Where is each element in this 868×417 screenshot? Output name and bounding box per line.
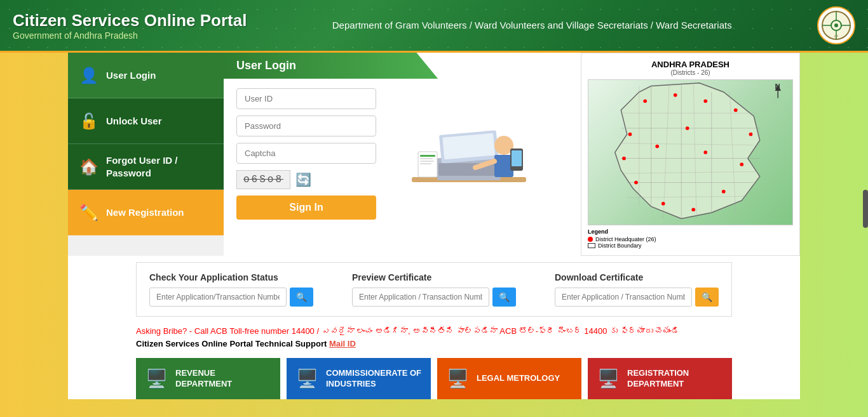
svg-rect-18	[420, 158, 433, 159]
download-cert-title: Download Certificate	[555, 272, 719, 282]
preview-cert-title: Preview Certificate	[352, 272, 516, 282]
sidebar-label-unlock-user: Unlock User	[106, 115, 162, 128]
svg-marker-23	[615, 83, 760, 219]
legend-hq: District Headquater (26)	[595, 236, 656, 242]
bribe-alert-text: Asking Bribe? - Call ACB Toll-free numbe…	[136, 326, 732, 336]
refresh-captcha-icon[interactable]: 🔄	[295, 172, 311, 187]
scrollbar[interactable]	[863, 190, 868, 228]
download-cert-input-row: 🔍	[555, 288, 719, 307]
government-logo: AP	[817, 6, 855, 44]
department-tiles: 🖥️ REVENUE DEPARTMENT 🖥️ COMMISSIONERATE…	[136, 358, 732, 399]
registration-icon: 🖥️	[597, 368, 620, 389]
preview-cert-search-button[interactable]: 🔍	[492, 288, 516, 307]
user-icon: 👤	[79, 67, 98, 84]
sidebar-label-new-registration: New Registration	[106, 206, 184, 219]
sidebar-item-forgot-password[interactable]: 🏠 Forgot User ID / Password	[68, 144, 224, 190]
status-section: Check Your Application Status 🔍 Preview …	[136, 262, 732, 317]
svg-point-49	[628, 133, 632, 136]
captcha-image: o6So8	[236, 170, 290, 189]
svg-point-38	[643, 99, 647, 103]
download-cert-input[interactable]	[555, 288, 692, 307]
header-branding: Citizen Services Online Portal Governmen…	[13, 11, 247, 41]
svg-rect-22	[512, 150, 522, 166]
header: Citizen Services Online Portal Governmen…	[0, 0, 868, 53]
legend-boundary: District Boundary	[598, 242, 642, 249]
map-image: N	[588, 79, 793, 225]
illustration-area	[405, 88, 568, 230]
sidebar-item-unlock-user[interactable]: 🔓 Unlock User	[68, 98, 224, 144]
registration-label: REGISTRATION DEPARTMENT	[627, 368, 722, 390]
password-input[interactable]	[236, 116, 376, 136]
portal-subtitle: Government of Andhra Pradesh	[13, 30, 247, 41]
revenue-icon: 🖥️	[146, 368, 168, 389]
svg-rect-19	[420, 161, 434, 162]
svg-rect-20	[420, 163, 431, 164]
dept-tile-commissionerate[interactable]: 🖥️ COMMISSIONERATE OF INDUSTRIES	[287, 358, 431, 399]
user-id-input[interactable]	[236, 88, 376, 109]
alert-section: Asking Bribe? - Call ACB Toll-free numbe…	[136, 323, 732, 352]
support-label: Citizen Services Online Portal Technical…	[136, 339, 327, 348]
check-status-input-row: 🔍	[149, 288, 313, 307]
check-status-input[interactable]	[149, 288, 287, 307]
dept-tile-registration[interactable]: 🖥️ REGISTRATION DEPARTMENT	[588, 358, 732, 399]
svg-text:AP: AP	[834, 34, 839, 38]
header-dept-name: Department of Gram Volunteers / Ward Vol…	[332, 18, 732, 33]
svg-rect-11	[442, 133, 495, 160]
svg-point-46	[661, 202, 665, 206]
unlock-icon: 🔓	[79, 112, 98, 130]
download-cert-block: Download Certificate 🔍	[555, 272, 719, 307]
sidebar: 👤 User Login 🔓 Unlock User 🏠 Forgot User…	[68, 53, 224, 256]
main-content-row: 👤 User Login 🔓 Unlock User 🏠 Forgot User…	[68, 53, 800, 256]
dept-tile-revenue[interactable]: 🖥️ REVENUE DEPARTMENT	[136, 358, 280, 399]
login-title: User Login	[236, 59, 296, 72]
edit-icon: ✏️	[79, 204, 98, 222]
legal-icon: 🖥️	[447, 368, 469, 389]
login-illustration	[405, 88, 532, 228]
svg-point-2	[834, 23, 838, 27]
map-area: ANDHRA PRADESH (Districts - 26)	[581, 53, 800, 256]
svg-point-39	[674, 93, 677, 97]
mail-link[interactable]: Mail ID	[329, 339, 356, 348]
svg-point-47	[634, 181, 638, 185]
map-title: ANDHRA PRADESH	[651, 60, 729, 69]
svg-point-52	[703, 150, 707, 154]
preview-cert-input[interactable]	[352, 288, 489, 307]
login-body: o6So8 🔄 Sign In	[224, 79, 581, 240]
svg-point-44	[722, 190, 726, 194]
svg-point-51	[655, 145, 659, 149]
login-area: User Login o6So8 🔄 Si	[224, 53, 800, 256]
svg-point-43	[740, 162, 743, 166]
sidebar-label-forgot-password: Forgot User ID / Password	[106, 154, 212, 179]
revenue-label: REVENUE DEPARTMENT	[175, 368, 271, 390]
svg-point-48	[622, 157, 626, 161]
sidebar-item-new-registration[interactable]: ✏️ New Registration	[68, 190, 224, 235]
home-icon: 🏠	[79, 158, 98, 176]
captcha-input[interactable]	[236, 143, 376, 164]
support-text: Citizen Services Online Portal Technical…	[136, 339, 732, 348]
preview-cert-block: Preview Certificate 🔍	[352, 272, 516, 307]
dept-tile-legal[interactable]: 🖥️ LEGAL METROLOGY	[437, 358, 581, 399]
commissionerate-icon: 🖥️	[296, 368, 318, 389]
map-legend: Legend District Headquater (26) District…	[588, 228, 793, 249]
svg-point-42	[749, 133, 753, 136]
map-subtitle: (Districts - 26)	[670, 69, 710, 76]
download-cert-search-button[interactable]: 🔍	[695, 288, 719, 307]
sidebar-label-user-login: User Login	[106, 69, 156, 82]
check-status-search-button[interactable]: 🔍	[290, 288, 313, 307]
login-header: User Login	[224, 53, 438, 79]
check-status-title: Check Your Application Status	[149, 272, 313, 282]
captcha-row: o6So8 🔄	[236, 170, 399, 189]
legal-label: LEGAL METROLOGY	[477, 373, 560, 384]
check-status-block: Check Your Application Status 🔍	[149, 272, 313, 307]
signin-button[interactable]: Sign In	[236, 195, 376, 220]
svg-point-40	[703, 99, 707, 103]
svg-point-41	[734, 109, 738, 112]
portal-title: Citizen Services Online Portal	[13, 11, 247, 30]
preview-cert-input-row: 🔍	[352, 288, 516, 307]
sidebar-item-user-login[interactable]: 👤 User Login	[68, 53, 224, 98]
commissionerate-label: COMMISSIONERATE OF INDUSTRIES	[326, 368, 421, 390]
svg-rect-17	[420, 155, 435, 157]
svg-point-45	[691, 208, 695, 211]
login-form: o6So8 🔄 Sign In	[236, 88, 399, 230]
svg-point-50	[686, 126, 689, 130]
